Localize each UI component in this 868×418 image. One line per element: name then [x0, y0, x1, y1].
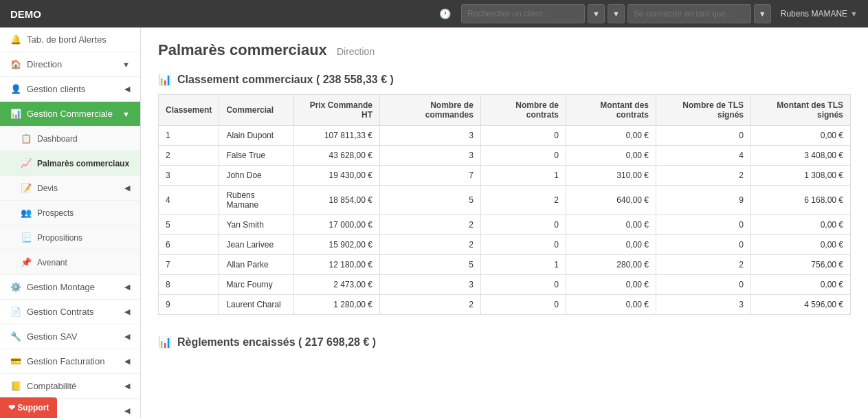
cell-commercial: Allan Parke [219, 255, 294, 275]
col-nb-cmd: Nombre de commandes [379, 95, 480, 126]
support-button[interactable]: ❤ Support [0, 397, 57, 418]
cell-nb-tls: 0 [656, 235, 751, 255]
sidebar-item-gestion-facturation[interactable]: 💳 Gestion Facturation ◀ [0, 349, 140, 374]
cell-commercial: Laurent Charal [219, 295, 294, 315]
direction-chevron: ▼ [122, 60, 130, 69]
cell-mt-tls: 6 168,00 € [750, 186, 850, 215]
navbar-brand: DEMO [10, 8, 41, 20]
sidebar-item-gestion-facturation-label: Gestion Facturation [27, 356, 104, 366]
sidebar-sub-dashboard[interactable]: 📋 Dashboard [0, 126, 140, 151]
cell-nb-tls: 2 [656, 166, 751, 186]
sidebar-sub-propositions[interactable]: 📃 Propositions [0, 226, 140, 250]
main-layout: 🔔 Tab. de bord Alertes 🏠 Direction ▼ 👤 G… [0, 28, 868, 418]
cell-nb-contrats: 0 [480, 126, 566, 146]
connect-dropdown-btn[interactable]: ▼ [754, 4, 771, 23]
cell-nb-tls: 0 [656, 126, 751, 146]
cell-mt-contrats: 640,00 € [566, 186, 656, 215]
facturation-chevron: ◀ [124, 357, 130, 366]
reglements-section-header: 📊 Règlements encaissés ( 217 698,28 € ) [158, 336, 851, 349]
connect-as-input[interactable] [627, 4, 751, 23]
cell-nb-contrats: 0 [480, 235, 566, 255]
user-icon: 👤 [10, 84, 21, 94]
sav-icon: 🔧 [10, 331, 21, 342]
cell-mt-contrats: 0,00 € [566, 295, 656, 315]
sidebar-sub-dashboard-label: Dashboard [37, 134, 78, 144]
cell-rank: 4 [159, 186, 219, 215]
cell-nb-contrats: 0 [480, 146, 566, 166]
montage-chevron: ◀ [124, 283, 130, 292]
sidebar-item-alertes[interactable]: 🔔 Tab. de bord Alertes [0, 28, 140, 52]
sidebar-sub-avenant[interactable]: 📌 Avenant [0, 250, 140, 275]
sidebar-item-gestion-sav-label: Gestion SAV [27, 331, 77, 342]
page-subtitle: Direction [337, 46, 375, 57]
cell-prix-ht: 19 430,00 € [294, 166, 380, 186]
sidebar-sub-propositions-label: Propositions [37, 233, 82, 243]
cell-commercial: False True [219, 146, 294, 166]
cell-mt-tls: 1 308,00 € [750, 166, 850, 186]
cell-nb-contrats: 0 [480, 295, 566, 315]
sidebar-sub-devis[interactable]: 📝 Devis ◀ [0, 176, 140, 201]
search-dropdown-btn[interactable]: ▼ [588, 4, 605, 23]
cell-prix-ht: 18 854,00 € [294, 186, 380, 215]
sav-chevron: ◀ [124, 332, 130, 341]
cell-mt-contrats: 0,00 € [566, 215, 656, 235]
cell-rank: 2 [159, 146, 219, 166]
sidebar-item-gestion-commerciale[interactable]: 📊 Gestion Commerciale ▼ [0, 102, 140, 126]
cell-nb-tls: 2 [656, 255, 751, 275]
cell-mt-contrats: 0,00 € [566, 126, 656, 146]
sidebar-item-gestion-montage[interactable]: ⚙️ Gestion Montage ◀ [0, 275, 140, 300]
cell-mt-tls: 0,00 € [750, 235, 850, 255]
cell-prix-ht: 17 000,00 € [294, 215, 380, 235]
navbar-user[interactable]: Rubens MAMANE [781, 9, 847, 19]
cell-rank: 8 [159, 275, 219, 295]
home-icon: 🏠 [10, 59, 21, 69]
col-mt-contrats: Montant des contrats [566, 95, 656, 126]
search-extra-btn[interactable]: ▼ [608, 4, 625, 23]
cell-nb-cmd: 3 [379, 146, 480, 166]
cell-prix-ht: 2 473,00 € [294, 275, 380, 295]
sidebar-sub-prospects-label: Prospects [37, 208, 74, 218]
chart-icon: 📊 [10, 109, 21, 119]
table-row: 6 Jean Larivee 15 902,00 € 2 0 0,00 € 0 … [159, 235, 851, 255]
clients-chevron: ◀ [124, 85, 130, 94]
cell-prix-ht: 107 811,33 € [294, 126, 380, 146]
client-search-input[interactable] [461, 4, 585, 23]
sidebar-sub-prospects[interactable]: 👥 Prospects [0, 201, 140, 226]
palmares-icon: 📈 [21, 158, 32, 168]
cell-nb-contrats: 0 [480, 275, 566, 295]
cell-nb-tls: 0 [656, 275, 751, 295]
cell-nb-cmd: 2 [379, 215, 480, 235]
sidebar-item-gestion-clients[interactable]: 👤 Gestion clients ◀ [0, 77, 140, 102]
dashboard-icon: 📋 [21, 133, 32, 144]
cell-mt-tls: 0,00 € [750, 215, 850, 235]
user-chevron-icon: ▼ [850, 10, 858, 18]
sidebar-item-gestion-contrats[interactable]: 📄 Gestion Contrats ◀ [0, 300, 140, 324]
clock-icon: 🕐 [439, 8, 451, 19]
table-row: 2 False True 43 628,00 € 3 0 0,00 € 4 3 … [159, 146, 851, 166]
table-header-row: Classement Commercial Prix Commande HT N… [159, 95, 851, 126]
sidebar-item-alertes-label: Tab. de bord Alertes [27, 34, 107, 45]
devis-icon: 📝 [21, 183, 32, 193]
sidebar-item-direction[interactable]: 🏠 Direction ▼ [0, 52, 140, 77]
cell-mt-contrats: 0,00 € [566, 235, 656, 255]
cell-rank: 1 [159, 126, 219, 146]
sidebar-item-gestion-clients-label: Gestion clients [27, 84, 85, 94]
cell-rank: 6 [159, 235, 219, 255]
table-row: 3 John Doe 19 430,00 € 7 1 310,00 € 2 1 … [159, 166, 851, 186]
sidebar-item-gestion-sav[interactable]: 🔧 Gestion SAV ◀ [0, 324, 140, 349]
cell-rank: 7 [159, 255, 219, 275]
classement-section-header: 📊 Classement commerciaux ( 238 558,33 € … [158, 73, 851, 86]
sidebar-sub-palmares[interactable]: 📈 Palmarès commerciaux [0, 151, 140, 176]
navbar: DEMO 🕐 ▼ ▼ ▼ Rubens MAMANE ▼ [0, 0, 868, 28]
cell-nb-cmd: 7 [379, 166, 480, 186]
cell-rank: 3 [159, 166, 219, 186]
cell-mt-contrats: 0,00 € [566, 146, 656, 166]
table-row: 9 Laurent Charal 1 280,00 € 2 0 0,00 € 3… [159, 295, 851, 315]
page-title-text: Palmarès commerciaux [158, 41, 327, 58]
sidebar-item-comptabilite[interactable]: 📒 Comptabilité ◀ [0, 374, 140, 399]
table-row: 5 Yan Smith 17 000,00 € 2 0 0,00 € 0 0,0… [159, 215, 851, 235]
table-row: 4 Rubens Mamane 18 854,00 € 5 2 640,00 €… [159, 186, 851, 215]
facturation-icon: 💳 [10, 356, 21, 366]
devis-chevron: ◀ [124, 184, 130, 192]
sidebar: 🔔 Tab. de bord Alertes 🏠 Direction ▼ 👤 G… [0, 28, 141, 418]
